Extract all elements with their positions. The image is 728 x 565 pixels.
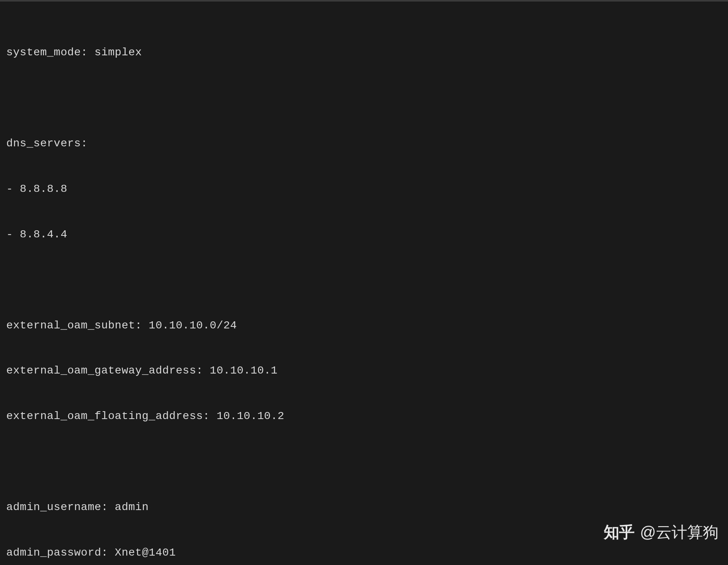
zhihu-author-handle: @云计算狗	[640, 521, 719, 543]
config-line: - 8.8.8.8	[6, 182, 728, 197]
zhihu-watermark: 知乎 @云计算狗	[604, 521, 719, 543]
config-line: external_oam_floating_address: 10.10.10.…	[6, 409, 728, 424]
zhihu-logo-text: 知乎	[604, 521, 634, 543]
config-line: system_mode: simplex	[6, 45, 728, 60]
config-line: dns_servers:	[6, 136, 728, 151]
config-line: external_oam_gateway_address: 10.10.10.1	[6, 363, 728, 379]
config-line: external_oam_subnet: 10.10.10.0/24	[6, 318, 728, 334]
config-line	[6, 91, 728, 106]
config-line: admin_username: admin	[6, 500, 728, 515]
config-line: admin_password: Xnet@1401	[6, 545, 728, 561]
config-line: - 8.8.4.4	[6, 227, 728, 242]
config-line	[6, 273, 728, 288]
config-line	[6, 454, 728, 470]
terminal-editor-area[interactable]: system_mode: simplex dns_servers: - 8.8.…	[0, 2, 728, 565]
